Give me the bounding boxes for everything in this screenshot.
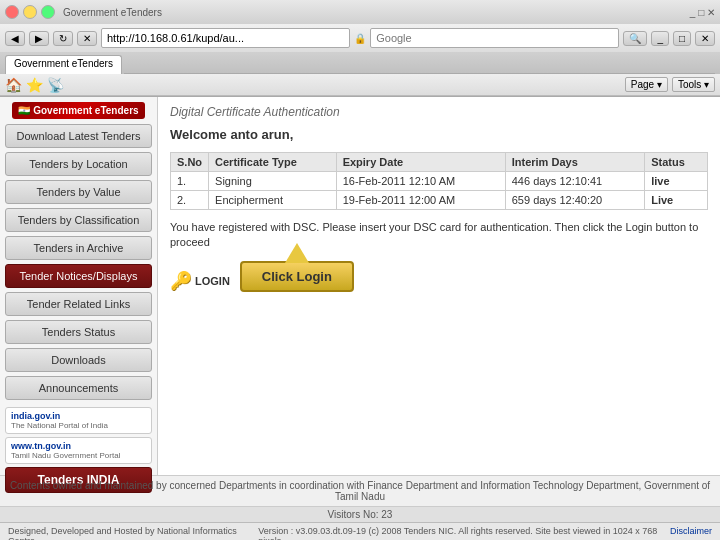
disclaimer-link[interactable]: Disclaimer — [670, 526, 712, 540]
click-login-wrapper: Click Login — [240, 261, 354, 292]
tools-button[interactable]: Tools ▾ — [672, 77, 715, 92]
row2-sno: 2. — [171, 191, 209, 210]
dsc-icon-area: 🔑 LOGIN — [170, 270, 230, 292]
close-window-btn[interactable]: ✕ — [695, 31, 715, 46]
search-go-button[interactable]: 🔍 — [623, 31, 647, 46]
click-login-button[interactable]: Click Login — [240, 261, 354, 292]
section-title: Digital Certificate Authentication — [170, 105, 708, 119]
sidebar-item-tenders-status[interactable]: Tenders Status — [5, 320, 152, 344]
sidebar-item-downloads[interactable]: Downloads — [5, 348, 152, 372]
row1-sno: 1. — [171, 172, 209, 191]
sidebar-item-tenders-value[interactable]: Tenders by Value — [5, 180, 152, 204]
login-area: 🔑 LOGIN Click Login — [170, 261, 708, 292]
row2-status: Live — [645, 191, 708, 210]
row2-expiry: 19-Feb-2011 12:00 AM — [336, 191, 505, 210]
row2-interim: 659 days 12:40:20 — [505, 191, 644, 210]
visitors-bar: Visitors No: 23 — [0, 506, 720, 522]
welcome-text: Welcome anto arun, — [170, 127, 708, 142]
window-controls: _ □ ✕ — [690, 7, 715, 18]
sidebar-item-tenders-classification[interactable]: Tenders by Classification — [5, 208, 152, 232]
bottom-footer: Designed, Developed and Hosted by Nation… — [0, 522, 720, 540]
sidebar-logo: 🇮🇳 Government eTenders — [5, 102, 152, 119]
star-icon[interactable]: ⭐ — [26, 77, 43, 93]
col-sno: S.No — [171, 153, 209, 172]
key-icon: 🔑 — [170, 270, 192, 292]
browser-toolbar: 🏠 ⭐ 📡 Page ▾ Tools ▾ — [0, 74, 720, 96]
back-button[interactable]: ◀ — [5, 31, 25, 46]
instruction-text: You have registered with DSC. Please ins… — [170, 220, 708, 251]
page-wrapper: 🇮🇳 Government eTenders Download Latest T… — [0, 97, 720, 475]
col-cert-type: Certificate Type — [209, 153, 337, 172]
tn-gov-link[interactable]: www.tn.gov.in Tamil Nadu Government Port… — [5, 437, 152, 464]
sidebar: 🇮🇳 Government eTenders Download Latest T… — [0, 97, 158, 475]
visitors-count: Visitors No: 23 — [328, 509, 393, 520]
dsc-label: LOGIN — [195, 275, 230, 287]
col-expiry: Expiry Date — [336, 153, 505, 172]
stop-button[interactable]: ✕ — [77, 31, 97, 46]
url-bar[interactable] — [101, 28, 350, 48]
table-row: 1. Signing 16-Feb-2011 12:10 AM 446 days… — [171, 172, 708, 191]
row1-expiry: 16-Feb-2011 12:10 AM — [336, 172, 505, 191]
search-bar[interactable] — [370, 28, 619, 48]
window-title: Government eTenders — [63, 7, 162, 18]
active-tab[interactable]: Government eTenders — [5, 55, 122, 74]
india-gov-link[interactable]: india.gov.in The National Portal of Indi… — [5, 407, 152, 434]
forward-button[interactable]: ▶ — [29, 31, 49, 46]
maximize-btn[interactable] — [41, 5, 55, 19]
close-btn[interactable] — [5, 5, 19, 19]
certificate-table: S.No Certificate Type Expiry Date Interi… — [170, 152, 708, 210]
external-links: india.gov.in The National Portal of Indi… — [5, 407, 152, 464]
rss-icon[interactable]: 📡 — [47, 77, 64, 93]
site-logo: 🇮🇳 Government eTenders — [12, 102, 144, 119]
footer-bottom-left: Designed, Developed and Hosted by Nation… — [8, 526, 258, 540]
page-footer: Contents owned and maintained by concern… — [0, 475, 720, 506]
row1-cert-type: Signing — [209, 172, 337, 191]
sidebar-item-tender-notices[interactable]: Tender Notices/Displays — [5, 264, 152, 288]
browser-tabs: Government eTenders — [0, 52, 720, 74]
browser-navbar: ◀ ▶ ↻ ✕ 🔒 🔍 _ □ ✕ — [0, 24, 720, 52]
col-status: Status — [645, 153, 708, 172]
arrow-pointer-icon — [285, 243, 309, 263]
row1-status: live — [645, 172, 708, 191]
main-content: Digital Certificate Authentication Welco… — [158, 97, 720, 475]
restore-window-btn[interactable]: □ — [673, 31, 691, 46]
sidebar-item-tender-links[interactable]: Tender Related Links — [5, 292, 152, 316]
row1-interim: 446 days 12:10:41 — [505, 172, 644, 191]
col-interim: Interim Days — [505, 153, 644, 172]
browser-chrome: Government eTenders _ □ ✕ ◀ ▶ ↻ ✕ 🔒 🔍 _ … — [0, 0, 720, 97]
table-row: 2. Encipherment 19-Feb-2011 12:00 AM 659… — [171, 191, 708, 210]
minimize-btn[interactable] — [23, 5, 37, 19]
sidebar-item-tenders-archive[interactable]: Tenders in Archive — [5, 236, 152, 260]
refresh-button[interactable]: ↻ — [53, 31, 73, 46]
sidebar-item-announcements[interactable]: Announcements — [5, 376, 152, 400]
browser-titlebar: Government eTenders _ □ ✕ — [0, 0, 720, 24]
footer-bottom-right: Version : v3.09.03.dt.09-19 (c) 2008 Ten… — [258, 526, 670, 540]
ssl-icon: 🔒 — [354, 33, 366, 44]
minimize-window-btn[interactable]: _ — [651, 31, 669, 46]
page-button[interactable]: Page ▾ — [625, 77, 668, 92]
row2-cert-type: Encipherment — [209, 191, 337, 210]
home-icon[interactable]: 🏠 — [5, 77, 22, 93]
sidebar-item-tenders-location[interactable]: Tenders by Location — [5, 152, 152, 176]
sidebar-item-download-latest[interactable]: Download Latest Tenders — [5, 124, 152, 148]
